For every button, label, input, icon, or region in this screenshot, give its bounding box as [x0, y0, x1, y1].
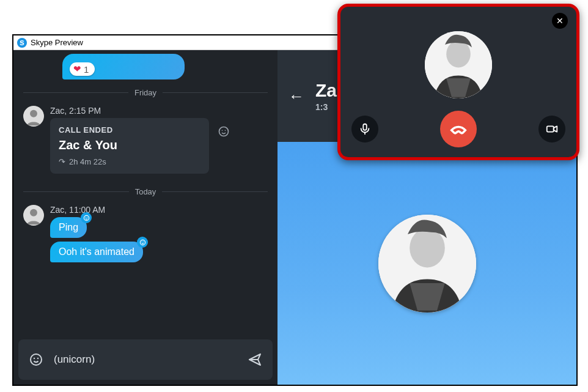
message-meta: Zac, 2:15 PM [50, 106, 268, 116]
svg-rect-18 [425, 31, 492, 98]
svg-rect-21 [547, 126, 554, 131]
svg-point-5 [23, 205, 44, 226]
svg-point-1 [30, 110, 37, 117]
svg-point-3 [222, 130, 223, 131]
reaction-count: 1 [84, 64, 89, 75]
svg-point-14 [34, 358, 35, 359]
react-button[interactable] [215, 123, 232, 140]
toggle-video-button[interactable] [538, 116, 565, 142]
avatar-zac-small[interactable] [23, 205, 44, 226]
skype-logo-letter: S [20, 39, 24, 46]
svg-point-4 [225, 130, 226, 131]
svg-point-9 [87, 217, 87, 218]
svg-point-0 [23, 106, 44, 127]
call-card-header: CALL ENDED [59, 125, 200, 135]
call-card-title: Zac & You [59, 138, 200, 152]
skype-logo-icon: S [17, 38, 27, 48]
contact-avatar-large[interactable] [378, 215, 476, 312]
message-row-call: Zac, 2:15 PM CALL ENDED Zac & You ↷ 2h 4… [20, 106, 271, 179]
svg-point-17 [410, 228, 445, 267]
message-input[interactable] [54, 353, 237, 366]
svg-point-10 [140, 240, 145, 245]
avatar-zac-small[interactable] [23, 106, 44, 127]
message-composer [18, 339, 273, 380]
svg-point-8 [85, 217, 86, 218]
bubble-react-icon[interactable] [137, 237, 148, 248]
reaction-pill[interactable]: ❤ 1 [70, 62, 95, 76]
call-card-duration: ↷ 2h 4m 22s [59, 157, 200, 166]
call-duration-text: 2h 4m 22s [69, 157, 106, 166]
conversation-subtitle: 1:3 [315, 102, 337, 112]
window-title: Skype Preview [31, 38, 83, 47]
send-button[interactable] [246, 350, 264, 369]
svg-point-7 [84, 215, 89, 220]
previous-message-bubble[interactable]: ❤ 1 [62, 54, 185, 80]
svg-point-19 [446, 40, 471, 67]
message-text: Ooh it's animated [59, 246, 134, 257]
svg-point-12 [143, 242, 144, 242]
day-divider-label: Friday [134, 88, 156, 97]
bubble-react-icon[interactable] [81, 212, 92, 223]
back-arrow-icon[interactable]: ← [288, 87, 304, 106]
call-controls [348, 111, 569, 147]
hang-up-button[interactable] [440, 111, 477, 147]
message-bubble-2[interactable]: Ooh it's animated [50, 242, 143, 262]
chat-pane: ❤ 1 Friday Zac, 2:15 PM CALL ENDED [13, 50, 277, 385]
message-row-today: Zac, 11:00 AM Ping Ooh it's ani [20, 205, 271, 271]
svg-rect-20 [363, 124, 367, 130]
close-icon: ✕ [556, 16, 564, 26]
day-divider-friday: Friday [23, 88, 268, 97]
svg-point-13 [31, 354, 42, 365]
day-divider-label: Today [135, 187, 156, 196]
call-overlay[interactable]: ✕ [337, 4, 579, 160]
svg-rect-16 [378, 215, 476, 312]
chat-scroll[interactable]: ❤ 1 Friday Zac, 2:15 PM CALL ENDED [13, 50, 277, 335]
svg-point-6 [30, 209, 37, 216]
emoji-picker-button[interactable] [27, 350, 45, 369]
conversation-title: Za [315, 80, 337, 101]
call-ended-card[interactable]: CALL ENDED Zac & You ↷ 2h 4m 22s [50, 118, 209, 174]
message-bubble-1[interactable]: Ping [50, 217, 87, 238]
conversation-body [277, 142, 576, 385]
day-divider-today: Today [23, 187, 268, 196]
call-contact-avatar [425, 31, 492, 98]
mute-mic-button[interactable] [351, 116, 378, 142]
svg-point-2 [219, 127, 229, 136]
svg-point-15 [37, 358, 39, 359]
message-text: Ping [59, 222, 78, 233]
redial-icon: ↷ [59, 157, 65, 166]
heart-icon: ❤ [73, 64, 81, 75]
svg-point-11 [141, 242, 142, 242]
close-call-button[interactable]: ✕ [552, 13, 568, 29]
